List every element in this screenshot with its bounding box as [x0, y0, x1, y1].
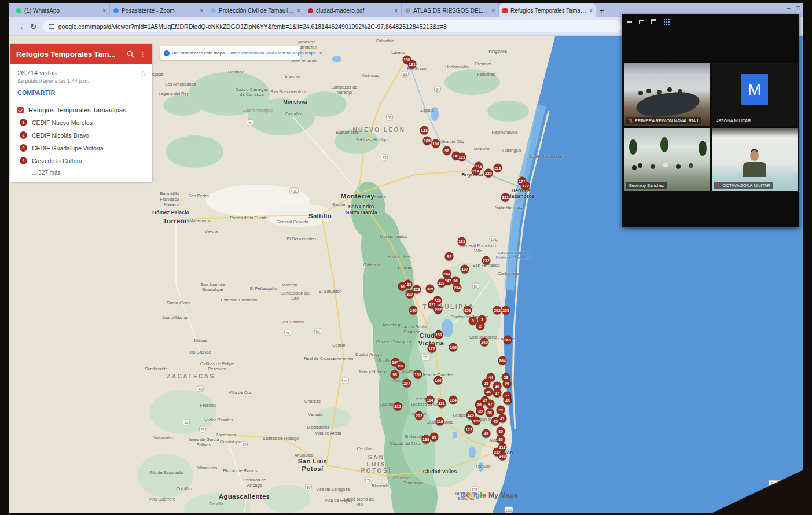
- zoom-grid-icon[interactable]: [663, 19, 670, 25]
- shelter-marker[interactable]: 263: [504, 336, 512, 344]
- shelter-marker[interactable]: 92: [445, 252, 454, 261]
- shelter-marker[interactable]: 172: [521, 182, 530, 190]
- shelter-marker[interactable]: 313: [498, 443, 507, 452]
- shelter-marker[interactable]: 25: [482, 379, 491, 388]
- zoom-video-tile[interactable]: Geovany Sanchez: [624, 128, 710, 191]
- shelter-marker[interactable]: 122: [465, 425, 473, 434]
- shelter-marker[interactable]: 331: [438, 399, 446, 408]
- shelter-marker[interactable]: 181: [458, 237, 466, 246]
- shelter-marker[interactable]: 321: [501, 193, 510, 202]
- tab-close-icon[interactable]: ×: [491, 8, 495, 14]
- shelter-marker[interactable]: 16: [398, 282, 407, 291]
- browser-tab[interactable]: Refugios Temporales Tamaulip... ×: [499, 3, 596, 17]
- site-settings-icon[interactable]: [49, 24, 54, 29]
- shelter-marker[interactable]: 232: [482, 256, 491, 265]
- shelter-marker[interactable]: 86: [497, 435, 505, 444]
- shelter-marker[interactable]: 151: [464, 306, 472, 315]
- shelter-marker[interactable]: 20: [497, 406, 505, 414]
- tab-close-icon[interactable]: ×: [297, 8, 300, 14]
- shelter-marker[interactable]: 106: [449, 343, 458, 352]
- shelter-marker[interactable]: 49: [482, 429, 491, 438]
- shelter-marker[interactable]: 121: [458, 153, 466, 161]
- shelter-marker[interactable]: 220: [484, 169, 493, 178]
- shelter-marker[interactable]: 124: [449, 396, 458, 404]
- search-icon[interactable]: [127, 50, 134, 58]
- shelter-marker[interactable]: 214: [472, 167, 480, 175]
- shelter-marker[interactable]: 36: [486, 409, 494, 417]
- browser-tab[interactable]: (1) WhatsApp ×: [13, 3, 110, 17]
- shelter-marker[interactable]: 85: [497, 427, 505, 436]
- info-close-icon[interactable]: ×: [319, 50, 322, 56]
- zoom-meeting-window[interactable]: PRIMERA REGION NAVAL RN-1 M 48ZONA MILIT…: [622, 14, 799, 227]
- shelter-marker[interactable]: 325: [426, 285, 435, 293]
- shelter-marker[interactable]: 89: [430, 433, 439, 442]
- shelter-marker[interactable]: 240: [480, 338, 489, 347]
- zoom-speaker-view-icon[interactable]: [639, 20, 644, 24]
- restore-button[interactable]: ▢: [795, 5, 800, 11]
- shelter-marker[interactable]: 159: [414, 370, 422, 379]
- shelter-marker[interactable]: 234: [453, 284, 462, 292]
- shelter-marker[interactable]: 2: [476, 322, 485, 330]
- info-link[interactable]: Obtén información para crear tu propio m…: [228, 50, 317, 56]
- reload-icon[interactable]: ↻: [30, 22, 37, 31]
- browser-tab[interactable]: Posasistente - Zoom ×: [110, 3, 207, 17]
- shelter-marker[interactable]: 216: [494, 164, 502, 172]
- shelter-marker[interactable]: 45: [491, 417, 500, 426]
- shelter-marker[interactable]: 130: [435, 330, 443, 339]
- shelter-marker[interactable]: 47: [486, 400, 495, 409]
- shelter-marker[interactable]: 107: [461, 265, 469, 274]
- zoom-video-tile[interactable]: PRIMERA REGION NAVAL RN-1: [624, 63, 710, 126]
- shelter-marker[interactable]: 133: [420, 126, 429, 135]
- shelter-marker[interactable]: 191: [396, 362, 405, 370]
- show-more-link[interactable]: ... 327 más: [17, 170, 145, 176]
- minimize-button[interactable]: ─: [787, 5, 790, 11]
- legend-item[interactable]: 1 CEDIF Nuevo Morelos: [17, 119, 145, 126]
- legend-item[interactable]: 4 Casa de la Cultura: [17, 157, 145, 164]
- shelter-marker[interactable]: 97: [443, 146, 451, 155]
- shelter-marker[interactable]: 202: [415, 411, 424, 420]
- shelter-marker[interactable]: 116: [436, 417, 444, 426]
- url-text[interactable]: google.com/maps/d/viewer?mid=1A5MUqEfJDR…: [58, 23, 447, 30]
- shelter-marker[interactable]: 262: [493, 306, 502, 315]
- shelter-marker[interactable]: 48: [504, 396, 512, 405]
- kebab-menu-icon[interactable]: ⋮: [139, 50, 146, 58]
- shelter-marker[interactable]: 315: [394, 402, 402, 411]
- zoom-gallery-view-icon[interactable]: [651, 20, 656, 24]
- star-icon[interactable]: ☆: [139, 69, 146, 78]
- shelter-marker[interactable]: 265: [502, 306, 510, 315]
- address-bar[interactable]: google.com/maps/d/viewer?mid=1A5MUqEfJDR…: [43, 20, 622, 32]
- shelter-marker[interactable]: 207: [403, 379, 411, 388]
- shelter-marker[interactable]: 114: [426, 396, 435, 404]
- tab-close-icon[interactable]: ×: [589, 8, 593, 14]
- shelter-marker[interactable]: 17: [493, 389, 502, 398]
- shelter-marker[interactable]: 199: [422, 435, 431, 444]
- browser-tab[interactable]: ciudad-madero.pdf ×: [304, 3, 402, 17]
- shelter-marker[interactable]: 185: [423, 137, 432, 145]
- nav-arrow-icon[interactable]: →: [16, 22, 24, 31]
- zoom-minimize-icon[interactable]: [627, 21, 632, 23]
- shelter-marker[interactable]: 177: [428, 344, 436, 353]
- shelter-marker[interactable]: 191: [408, 60, 417, 69]
- shelter-marker[interactable]: 327: [406, 290, 414, 299]
- google-my-maps-watermark[interactable]: Google My Maps: [460, 491, 517, 499]
- legend-item[interactable]: 2 CEDIF Nicolás Bravo: [17, 131, 145, 139]
- layer-checkbox[interactable]: [17, 107, 24, 113]
- shelter-marker[interactable]: 186: [432, 139, 440, 148]
- share-button[interactable]: COMPARTIR: [17, 89, 145, 96]
- tab-close-icon[interactable]: ×: [102, 8, 106, 14]
- shelter-marker[interactable]: 29: [503, 380, 512, 388]
- zoom-video-tile[interactable]: OCTAVA ZONA MILITAR: [712, 128, 798, 191]
- tab-close-icon[interactable]: ×: [394, 8, 398, 14]
- tab-close-icon[interactable]: ×: [200, 8, 203, 14]
- legend-item[interactable]: 3 CEDIF Guadalupe Victoria: [17, 144, 145, 152]
- shelter-marker[interactable]: 46: [484, 388, 493, 396]
- browser-tab[interactable]: Protección Civil de Tamaulipas ×: [207, 3, 304, 17]
- shelter-marker[interactable]: 264: [498, 356, 507, 365]
- shelter-marker[interactable]: 96: [391, 370, 399, 379]
- shelter-marker[interactable]: 340: [498, 452, 507, 461]
- new-tab-button[interactable]: +: [596, 3, 608, 17]
- shelter-marker[interactable]: 39: [476, 407, 485, 415]
- shelter-marker[interactable]: 160: [434, 376, 443, 385]
- shelter-marker[interactable]: 222: [434, 306, 443, 314]
- zoom-video-tile[interactable]: M 48ZONA MILITAR: [712, 63, 798, 126]
